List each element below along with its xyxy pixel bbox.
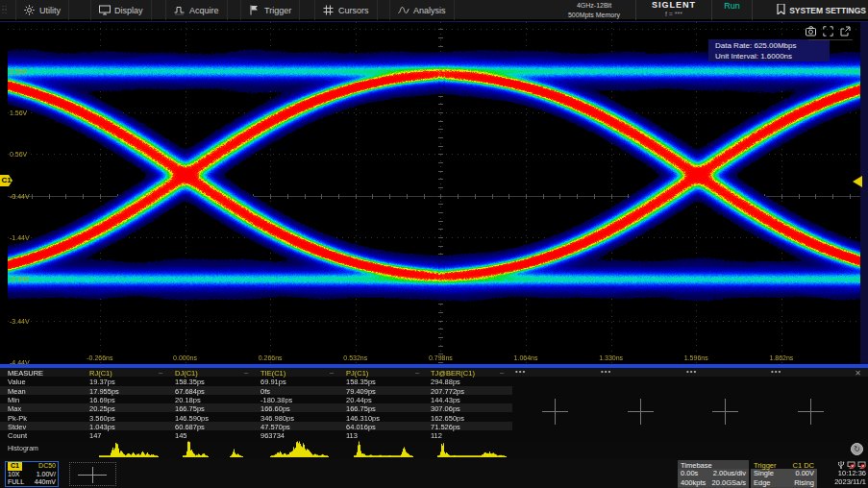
channel-coupling: DC50	[38, 462, 56, 471]
histogram-canvas	[8, 440, 860, 459]
run-status[interactable]: Run	[712, 0, 752, 12]
add-measure-button[interactable]	[712, 399, 738, 425]
status-icons	[819, 460, 866, 469]
channel-scale: 1.00V/	[37, 471, 56, 479]
menu-item-label: Trigger	[264, 6, 291, 15]
voltage-label: -2.44V	[10, 276, 30, 282]
measure-value: 963734	[260, 431, 285, 440]
menu-item-label: Cursors	[338, 6, 369, 15]
menu-item-trigger[interactable]: Trigger	[240, 0, 300, 20]
menu-item-label: Acquire	[189, 6, 219, 15]
channel-probe: 10X	[8, 471, 19, 479]
assistant-bubble[interactable]: ↻	[851, 443, 863, 455]
collapse-measure-icon[interactable]: –	[330, 368, 334, 377]
bandwidth-label: 4GHz-12Bit	[555, 1, 633, 11]
graticule[interactable]: 2.56V1.56V0.56V-0.44V-1.44V-2.44V-3.44V-…	[8, 22, 860, 365]
signal-info-box: Data Rate: 625.00Mbps Unit Interval: 1.6…	[708, 39, 830, 61]
menu-item-acquire[interactable]: Acquire	[165, 0, 228, 20]
histogram-strip: Histogram ↻	[0, 440, 868, 459]
waveform-display: 2.56V1.56V0.56V-0.44V-1.44V-2.44V-3.44V-…	[0, 21, 868, 364]
menu-item-label: Analysis	[413, 6, 446, 15]
display-icon	[99, 5, 110, 15]
trigger-type: Edge	[754, 478, 771, 488]
system-settings-label: SYSTEM SETTINGS	[789, 6, 866, 15]
timebase-descriptor[interactable]: Timebase 0.00s2.00us/div 400kpts20.0GSa/…	[678, 460, 749, 488]
trigger-level-marker[interactable]	[853, 176, 862, 187]
time-label: 0.000ns	[173, 354, 197, 361]
measure-row-mean: Mean17.955ps67.684ps0fs79.409ps207.772ps	[0, 386, 868, 395]
add-measure-button[interactable]	[628, 399, 654, 425]
time-label: 1.330ns	[599, 354, 623, 361]
voltage-label: 0.56V	[10, 151, 27, 158]
plot-corner-icons	[806, 26, 851, 37]
time-label: 0.798ns	[429, 354, 453, 361]
add-measure-button[interactable]	[542, 399, 568, 425]
camera-icon[interactable]	[806, 26, 816, 37]
trigger-slope: Rising	[794, 478, 814, 488]
collapse-measure-icon[interactable]: –	[159, 368, 162, 377]
measure-value: 147	[89, 431, 102, 440]
lan-off-icon	[847, 461, 856, 469]
analysis-icon	[398, 5, 409, 15]
run-block[interactable]: Run	[712, 0, 753, 20]
time-label: 0.266ns	[259, 354, 283, 361]
trigger-title: Trigger	[754, 461, 776, 469]
cursors-icon	[323, 5, 334, 15]
grip-icon[interactable]: ::::	[2, 6, 8, 14]
empty-measure-header[interactable]: •••	[515, 367, 526, 376]
status-bar: C1DC50 10X1.00V/ FULL440mV Timebase 0.00…	[0, 459, 868, 488]
clock-block: 10:12:36 2023/11/1	[819, 460, 868, 488]
timebase-scale: 2.00us/div	[713, 469, 746, 478]
trigger-source: C1 DC	[792, 461, 814, 469]
collapse-measure-icon[interactable]: –	[244, 368, 248, 377]
share-icon[interactable]	[840, 26, 851, 37]
voltage-label: 1.56V	[10, 109, 27, 115]
trigger-descriptor[interactable]: TriggerC1 DC Single0.00V EdgeRising	[751, 460, 817, 488]
menu-item-display[interactable]: Display	[90, 0, 152, 20]
data-rate-label: Data Rate: 625.00Mbps	[715, 40, 830, 51]
time-label: 1.596ns	[684, 354, 708, 361]
voltage-label: 2.56V	[10, 67, 27, 74]
menu-item-label: Utility	[39, 6, 61, 15]
brand-block: SIGLENT f = ***	[635, 0, 712, 20]
measure-header-row: MEASURERJ(C1)–DJ(C1)–TIE(C1)–PJ(C1)–TJ@B…	[0, 368, 868, 377]
histogram-label: Histogram	[8, 445, 38, 451]
add-channel-button[interactable]	[69, 462, 116, 486]
measure-value: 112	[431, 431, 442, 440]
menu-bar: :::: UtilityDisplayAcquireTriggerCursors…	[0, 0, 868, 20]
expand-icon[interactable]	[823, 26, 833, 37]
system-settings-button[interactable]: SYSTEM SETTINGS	[777, 0, 866, 20]
trigger-level: 0.00V	[795, 469, 814, 478]
menu-item-label: Display	[114, 6, 143, 15]
menu-item-utility[interactable]: Utility	[15, 0, 69, 20]
menu-item-cursors[interactable]: Cursors	[314, 0, 378, 20]
collapse-measure-icon[interactable]: –	[500, 368, 504, 377]
empty-measure-header[interactable]: •••	[771, 367, 781, 376]
measure-value: 113	[346, 431, 358, 440]
bookmark-icon	[777, 4, 785, 16]
time-label: -0.266ns	[87, 354, 112, 361]
empty-measure-header[interactable]: •••	[601, 367, 611, 376]
collapse-measure-icon[interactable]: –	[415, 368, 419, 377]
voltage-label: -0.44V	[10, 192, 30, 199]
icon-underline	[808, 39, 853, 40]
voltage-label: -1.44V	[10, 234, 30, 241]
channel-descriptor[interactable]: C1DC50 10X1.00V/ FULL440mV	[5, 461, 59, 487]
oscilloscope-screen: :::: UtilityDisplayAcquireTriggerCursors…	[0, 0, 868, 488]
measure-value: 145	[175, 431, 187, 440]
channel-bandwidth: FULL	[8, 478, 24, 487]
measure-row-label: Count	[8, 431, 27, 440]
timebase-title: Timebase	[678, 460, 749, 469]
time-label: 1.862ns	[769, 354, 793, 361]
flag-icon	[249, 5, 260, 15]
eye-diagram-canvas	[8, 22, 860, 365]
usb-icon	[837, 461, 845, 469]
add-measure-button[interactable]	[798, 399, 824, 425]
timebase-points: 400kpts	[681, 478, 706, 488]
empty-measure-header[interactable]: •••	[686, 367, 697, 376]
channel-badge: C1	[8, 462, 22, 471]
timebase-delay: 0.00s	[681, 469, 698, 478]
menu-item-analysis[interactable]: Analysis	[389, 0, 455, 20]
wifi-off-icon	[857, 461, 866, 469]
unit-interval-label: Unit Interval: 1.6000ns	[715, 51, 830, 61]
